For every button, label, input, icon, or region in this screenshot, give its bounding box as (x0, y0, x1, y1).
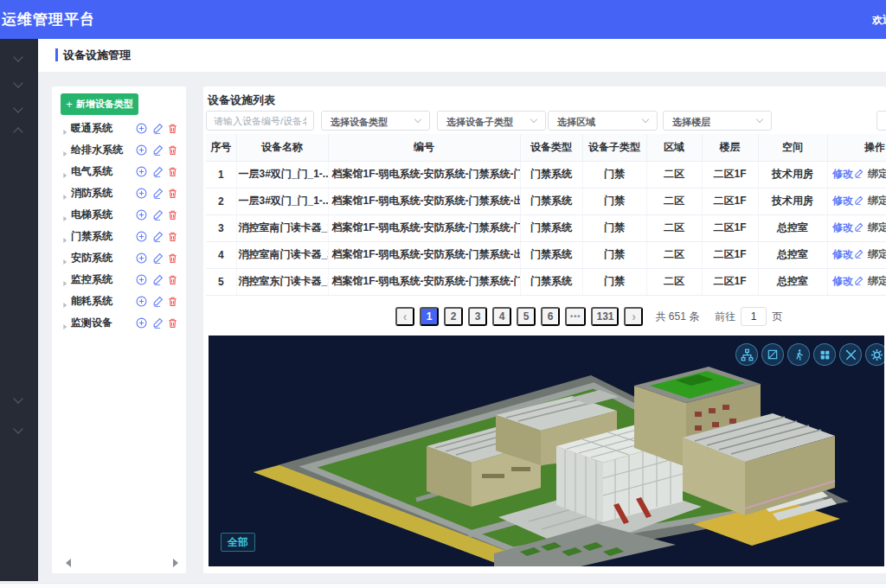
add-icon[interactable] (136, 316, 148, 329)
device-type-item[interactable]: 能耗系统 (52, 290, 186, 311)
edit-icon[interactable] (152, 165, 164, 177)
gear-button[interactable] (865, 343, 884, 366)
device-type-item[interactable]: 门禁系统 (52, 225, 186, 246)
next-page-button[interactable]: › (624, 307, 643, 326)
crop-button[interactable] (761, 343, 784, 366)
delete-icon[interactable] (167, 144, 179, 156)
menu-chevron-down-icon[interactable] (13, 103, 22, 112)
add-icon[interactable] (136, 187, 148, 199)
device-type-item[interactable]: 安防系统 (52, 246, 186, 268)
edit-row-link[interactable]: 修改 (832, 194, 864, 208)
menu-chevron-down-icon[interactable] (13, 393, 22, 403)
caret-right-icon[interactable] (61, 210, 68, 226)
clipped-filter-field[interactable] (876, 111, 886, 131)
edit-row-link[interactable]: 修改 (832, 274, 864, 289)
bind-view-link[interactable]: 绑定视角 (868, 194, 886, 208)
building-model[interactable] (209, 336, 884, 566)
delete-icon[interactable] (167, 316, 179, 329)
tree-scroll-left-icon[interactable] (66, 559, 71, 567)
caret-right-icon[interactable] (61, 297, 68, 312)
menu-chevron-up-icon[interactable] (13, 127, 22, 137)
caret-right-icon[interactable] (61, 145, 68, 161)
edit-icon[interactable] (152, 316, 164, 329)
table-row[interactable]: 3消控室南门读卡器_1档案馆1F-弱电系统-安防系统-门禁系统-门禁读卡器门禁系… (206, 214, 886, 241)
tools-button[interactable] (839, 343, 862, 366)
menu-chevron-down-icon[interactable] (13, 424, 22, 433)
prev-page-button[interactable]: ‹ (395, 307, 414, 326)
page-button[interactable]: 1 (420, 307, 439, 326)
page-button[interactable]: 2 (444, 307, 463, 326)
bind-view-link[interactable]: 绑定视角 (868, 247, 886, 262)
page-button[interactable]: 4 (492, 307, 511, 326)
edit-icon[interactable] (152, 295, 164, 307)
caret-right-icon[interactable] (61, 232, 68, 247)
add-icon[interactable] (136, 273, 148, 285)
page-button[interactable]: 131 (591, 307, 619, 326)
delete-icon[interactable] (167, 230, 179, 242)
all-button[interactable]: 全部 (221, 533, 255, 552)
menu-chevron-down-icon[interactable] (13, 52, 22, 61)
device-search-input[interactable] (206, 111, 314, 131)
sitemap-button[interactable] (735, 343, 758, 366)
device-subtype-select[interactable]: 选择设备子类型 (437, 111, 546, 131)
edit-icon[interactable] (152, 187, 164, 199)
grid-button[interactable] (813, 343, 836, 366)
table-row[interactable]: 4消控室南门读卡器_2档案馆1F-弱电系统-安防系统-门禁系统-出门按钮门禁系统… (206, 241, 886, 268)
table-row[interactable]: 2一层3#双门_门_1-...档案馆1F-弱电系统-安防系统-门禁系统-出门按钮… (206, 188, 886, 214)
bind-view-link[interactable]: 绑定视角 (868, 274, 886, 289)
add-device-type-button[interactable]: + 新增设备类型 (61, 93, 138, 115)
edit-icon[interactable] (152, 273, 164, 285)
bind-view-link[interactable]: 绑定视角 (868, 167, 886, 182)
goto-page-input[interactable] (741, 307, 767, 326)
edit-icon[interactable] (152, 252, 164, 264)
table-row[interactable]: 1一层3#双门_门_1-...档案馆1F-弱电系统-安防系统-门禁系统-门禁读卡… (206, 161, 886, 188)
building-3d-viewer[interactable]: 全部 (209, 336, 884, 566)
add-icon[interactable] (136, 295, 148, 307)
menu-chevron-down-icon[interactable] (13, 78, 22, 87)
device-type-item[interactable]: 监测设备 (52, 311, 186, 333)
more-pages-button[interactable]: ••• (565, 307, 586, 326)
device-type-item[interactable]: 暖通系统 (52, 117, 186, 138)
caret-right-icon[interactable] (61, 253, 68, 269)
device-type-item[interactable]: 监控系统 (52, 268, 186, 290)
swap-arrows-icon[interactable]: ⇆ (84, 9, 93, 21)
page-button[interactable]: 6 (541, 307, 560, 326)
walk-button[interactable] (787, 343, 810, 366)
bind-view-link[interactable]: 绑定视角 (868, 220, 886, 235)
add-icon[interactable] (136, 230, 148, 242)
add-icon[interactable] (136, 252, 148, 264)
delete-icon[interactable] (167, 252, 179, 264)
edit-icon[interactable] (152, 144, 164, 156)
tree-scroll-right-icon[interactable] (173, 559, 178, 567)
add-icon[interactable] (136, 122, 148, 134)
device-type-select[interactable]: 选择设备类型 (321, 111, 430, 131)
page-button[interactable]: 3 (468, 307, 487, 326)
delete-icon[interactable] (167, 273, 179, 285)
caret-right-icon[interactable] (61, 167, 68, 182)
area-select[interactable]: 选择区域 (548, 111, 658, 131)
delete-icon[interactable] (167, 295, 179, 307)
add-icon[interactable] (136, 144, 148, 156)
add-icon[interactable] (136, 165, 148, 177)
edit-icon[interactable] (152, 208, 164, 220)
caret-right-icon[interactable] (61, 275, 68, 291)
edit-icon[interactable] (152, 122, 164, 134)
delete-icon[interactable] (167, 165, 179, 177)
edit-icon[interactable] (152, 230, 164, 242)
table-row[interactable]: 5消控室东门读卡器_1档案馆1F-弱电系统-安防系统-门禁系统-门禁读卡器门禁系… (206, 268, 886, 295)
caret-right-icon[interactable] (61, 189, 68, 204)
caret-right-icon[interactable] (61, 318, 68, 334)
delete-icon[interactable] (167, 187, 179, 199)
device-type-item[interactable]: 电梯系统 (52, 203, 186, 225)
floor-select[interactable]: 选择楼层 (663, 111, 772, 131)
device-type-item[interactable]: 电气系统 (52, 160, 186, 182)
page-button[interactable]: 5 (517, 307, 536, 326)
edit-row-link[interactable]: 修改 (832, 220, 864, 235)
caret-right-icon[interactable] (61, 124, 68, 139)
edit-row-link[interactable]: 修改 (832, 247, 864, 262)
device-type-item[interactable]: 给排水系统 (52, 138, 186, 160)
add-icon[interactable] (136, 208, 148, 220)
edit-row-link[interactable]: 修改 (832, 167, 864, 182)
delete-icon[interactable] (167, 122, 179, 134)
delete-icon[interactable] (167, 208, 179, 220)
